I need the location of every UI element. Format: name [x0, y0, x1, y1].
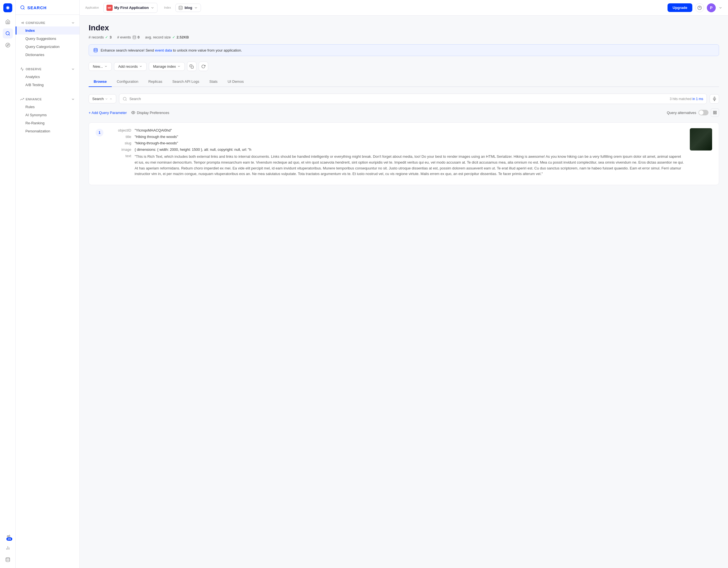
search-nav-icon[interactable]	[3, 28, 13, 38]
add-records-chevron-icon	[139, 65, 142, 68]
page-title: Index	[89, 23, 719, 32]
configure-label: CONFIGURE	[26, 21, 45, 25]
user-chevron-icon	[719, 6, 722, 10]
svg-line-3	[9, 34, 9, 35]
svg-point-1	[6, 7, 9, 9]
records-count: 3	[110, 35, 111, 39]
sidebar-header: SEARCH	[16, 0, 79, 15]
svg-rect-25	[714, 111, 715, 112]
sidebar-item-ab-testing[interactable]: A/B Testing	[16, 81, 79, 89]
display-preferences-button[interactable]: Display Preferences	[131, 111, 169, 115]
tab-ui-demos[interactable]: UI Demos	[223, 77, 249, 87]
svg-rect-28	[715, 113, 716, 114]
field-value-slug: "hiking-through-the-woods"	[135, 141, 684, 145]
sidebar-logo-text: SEARCH	[27, 5, 47, 10]
search-input[interactable]	[129, 94, 668, 104]
app-initials: MF	[106, 5, 113, 11]
manage-index-button[interactable]: Manage index	[149, 62, 185, 71]
copy-button[interactable]	[187, 62, 196, 71]
analytics-icon[interactable]	[3, 543, 13, 553]
sidebar-item-rules[interactable]: Rules	[16, 103, 79, 111]
app-logo[interactable]	[3, 3, 12, 12]
new-button[interactable]: New...	[89, 62, 112, 71]
enhance-section-header[interactable]: ENHANCE	[16, 96, 79, 103]
topbar: Application MF My First Application Inde…	[80, 0, 728, 16]
tab-configuration[interactable]: Configuration	[112, 77, 143, 87]
event-data-link[interactable]: event data	[155, 48, 172, 52]
tab-stats[interactable]: Stats	[204, 77, 223, 87]
avg-size-check-icon: ✓	[172, 35, 175, 39]
app-selector[interactable]: MF My First Application	[103, 3, 157, 13]
query-alternatives-control: Query alternatives	[667, 108, 719, 117]
discover-icon[interactable]	[3, 40, 13, 50]
sidebar-item-analytics[interactable]: Analytics	[16, 73, 79, 81]
eye-icon	[131, 111, 135, 115]
info-banner-icon	[93, 48, 98, 52]
events-db-icon	[132, 35, 136, 39]
query-row: + Add Query Parameter Display Preference…	[89, 108, 719, 117]
tab-search-api-logs[interactable]: Search API Logs	[167, 77, 204, 87]
svg-line-12	[23, 8, 24, 9]
svg-rect-27	[714, 113, 715, 114]
events-stat: # events 0	[117, 35, 139, 39]
settings-icon[interactable]: 2/6	[3, 531, 13, 541]
database-icon[interactable]	[3, 555, 13, 565]
mic-button[interactable]	[710, 94, 719, 104]
rail-bottom-actions: 2/6	[3, 531, 13, 565]
svg-point-24	[133, 112, 134, 113]
avg-size-stat: avg. record size ✓ 2.52KB	[145, 35, 189, 39]
field-name-image: image	[109, 147, 131, 152]
help-icon[interactable]	[695, 3, 704, 12]
index-label: Index	[164, 6, 171, 9]
records-label: # records	[89, 35, 104, 39]
sidebar-item-personalization[interactable]: Personalization	[16, 127, 79, 135]
records-stat: # records ✓ 3	[89, 35, 111, 39]
upgrade-button[interactable]: Upgrade	[668, 3, 692, 12]
sidebar-item-query-categorization[interactable]: Query Categorization	[16, 43, 79, 51]
sidebar-item-query-suggestions[interactable]: Query Suggestions	[16, 35, 79, 43]
hits-time-link[interactable]: in 1 ms	[692, 97, 703, 101]
thumbnail-image	[690, 128, 712, 151]
configure-section-header[interactable]: CONFIGURE	[16, 19, 79, 26]
search-type-selector[interactable]: Search	[89, 94, 116, 103]
record-fields: objectID "YlcmqxMAACQAI0hd" title "Hikin…	[109, 128, 684, 179]
add-query-param-button[interactable]: + Add Query Parameter	[89, 111, 127, 115]
refresh-button[interactable]	[199, 62, 208, 71]
field-row-slug: slug "hiking-through-the-woods"	[109, 141, 684, 145]
sidebar-item-index[interactable]: Index	[16, 26, 79, 35]
enhance-section: ENHANCE Rules AI Synonyms Re-Ranking Per…	[16, 91, 79, 137]
grid-view-button[interactable]	[711, 108, 719, 117]
tab-replicas[interactable]: Replicas	[143, 77, 167, 87]
sidebar-item-dictionaries[interactable]: Dictionaries	[16, 51, 79, 59]
index-selector[interactable]: blog	[175, 4, 201, 12]
field-name-text: text	[109, 154, 131, 177]
svg-point-17	[133, 36, 136, 37]
observe-section: OBSERVE Analytics A/B Testing	[16, 61, 79, 91]
svg-point-2	[6, 31, 9, 35]
avg-size-value: 2.52KB	[177, 35, 189, 39]
tab-browse[interactable]: Browse	[89, 77, 112, 87]
search-type-label: Search	[92, 97, 104, 101]
add-records-button[interactable]: Add records	[114, 62, 147, 71]
query-alternatives-toggle[interactable]	[698, 110, 708, 115]
records-check-icon: ✓	[105, 35, 108, 39]
home-icon[interactable]	[3, 17, 13, 27]
sidebar-item-ai-synonyms[interactable]: AI Synonyms	[16, 111, 79, 119]
observe-section-header[interactable]: OBSERVE	[16, 65, 79, 73]
enhance-label: ENHANCE	[26, 98, 42, 101]
svg-point-4	[6, 43, 10, 47]
field-name-objectid: objectID	[109, 128, 131, 132]
field-value-title: "Hiking through the woods"	[135, 135, 684, 139]
tabs: Browse Configuration Replicas Search API…	[89, 77, 719, 87]
field-value-image: { dimensions: { width: 2000, height: 150…	[135, 147, 684, 152]
svg-point-18	[94, 48, 97, 49]
field-row-image: image { dimensions: { width: 2000, heigh…	[109, 147, 684, 152]
sidebar-item-re-ranking[interactable]: Re-Ranking	[16, 119, 79, 127]
user-avatar[interactable]: P	[707, 3, 716, 12]
field-row-text: text "This is Rich Text, which includes …	[109, 154, 684, 177]
app-label: Application	[85, 6, 99, 9]
info-banner-text: Enhance search relevance! Send event dat…	[101, 48, 242, 52]
observe-label: OBSERVE	[26, 67, 42, 71]
events-label: # events	[117, 35, 131, 39]
record-card: 1 objectID "YlcmqxMAACQAI0hd" title "Hik…	[89, 122, 719, 185]
